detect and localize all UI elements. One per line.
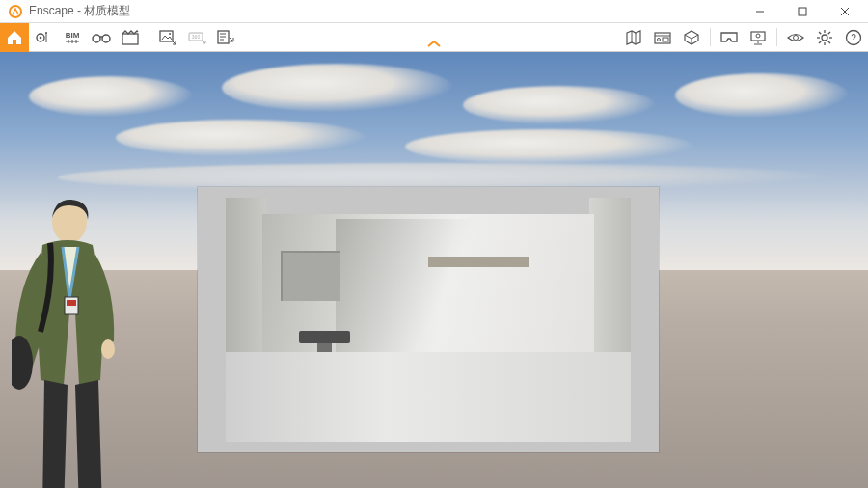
foreground-person xyxy=(12,197,137,488)
manage-views-button[interactable] xyxy=(29,23,58,52)
export-button[interactable] xyxy=(211,23,240,52)
svg-line-44 xyxy=(819,41,821,43)
svg-rect-31 xyxy=(751,32,765,41)
cloud xyxy=(675,73,849,118)
svg-point-29 xyxy=(658,39,661,41)
window-title: Enscape - 材质模型 xyxy=(29,3,130,19)
toolbar-separator xyxy=(776,28,777,46)
cloud xyxy=(116,120,366,156)
presentation-button[interactable] xyxy=(744,23,773,52)
svg-point-13 xyxy=(93,35,100,42)
svg-point-6 xyxy=(40,37,42,40)
svg-rect-17 xyxy=(160,31,173,41)
svg-point-14 xyxy=(102,35,110,42)
cloud xyxy=(29,76,193,117)
visual-settings-button[interactable] xyxy=(781,23,810,52)
cloud xyxy=(405,129,694,164)
3d-box-button[interactable] xyxy=(677,23,706,52)
svg-text:360: 360 xyxy=(192,34,201,40)
svg-text:?: ? xyxy=(851,33,856,43)
render-viewport[interactable] xyxy=(0,52,868,488)
minimap-button[interactable] xyxy=(619,23,648,52)
bim-button[interactable]: BIM xyxy=(58,23,87,52)
close-button[interactable] xyxy=(824,0,866,23)
svg-line-43 xyxy=(828,32,830,34)
maximize-button[interactable] xyxy=(781,0,824,23)
minimize-button[interactable] xyxy=(739,0,781,23)
help-button[interactable]: ? xyxy=(839,23,868,52)
svg-point-36 xyxy=(822,35,827,41)
settings-button[interactable] xyxy=(810,23,839,52)
pano-360-button[interactable]: 360 xyxy=(182,23,211,52)
svg-point-35 xyxy=(794,36,799,41)
toolbar-separator xyxy=(710,28,711,46)
towel-bar xyxy=(428,257,529,267)
svg-point-51 xyxy=(101,339,115,359)
binoculars-button[interactable] xyxy=(87,23,116,52)
main-toolbar: BIM 360 ? xyxy=(0,23,868,52)
video-button[interactable] xyxy=(116,23,145,52)
svg-rect-2 xyxy=(799,8,806,15)
cloud xyxy=(222,64,453,112)
sink-basin xyxy=(299,331,350,344)
svg-rect-16 xyxy=(122,34,138,44)
svg-point-8 xyxy=(45,32,47,34)
svg-rect-49 xyxy=(67,300,76,306)
toolbar-separator xyxy=(149,28,149,46)
home-button[interactable] xyxy=(0,23,29,52)
bim-label: BIM xyxy=(66,32,80,40)
asset-library-button[interactable] xyxy=(648,23,677,52)
vr-headset-button[interactable] xyxy=(715,23,744,52)
cloud xyxy=(463,86,656,124)
title-bar: Enscape - 材质模型 xyxy=(0,0,868,23)
svg-point-34 xyxy=(756,34,760,38)
svg-line-41 xyxy=(819,32,821,34)
screenshot-button[interactable] xyxy=(153,23,182,52)
svg-point-18 xyxy=(169,33,171,35)
svg-line-42 xyxy=(828,41,830,43)
room-cutaway-model xyxy=(198,187,659,452)
app-logo-icon xyxy=(8,4,23,19)
wall-niche xyxy=(281,251,340,301)
svg-rect-30 xyxy=(663,38,668,41)
expand-toolbar-handle[interactable] xyxy=(425,39,443,53)
